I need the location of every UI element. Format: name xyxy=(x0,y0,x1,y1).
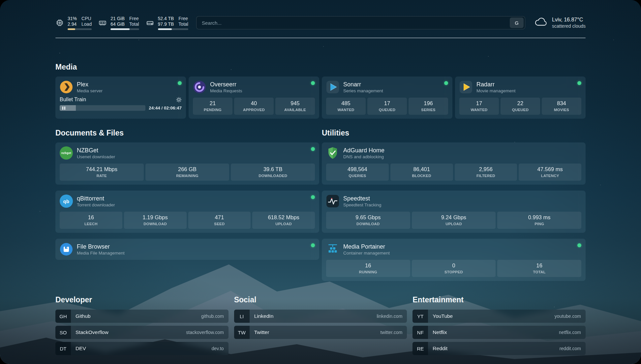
memory-free-label: Free xyxy=(129,16,139,21)
service-name: Radarr xyxy=(476,81,516,88)
bookmark-group-social: Social LI LinkedIn linkedin.com TW Twitt… xyxy=(234,295,407,355)
status-dot xyxy=(577,243,581,247)
service-card-portainer[interactable]: Media Portainer Container management 16 … xyxy=(322,239,586,281)
stat-value: 9.65 Gbps xyxy=(327,214,409,221)
disk-total-label: Total xyxy=(178,21,188,27)
overseerr-icon xyxy=(193,80,206,94)
disk-icon xyxy=(146,18,154,27)
bookmark-github[interactable]: GH Github github.com xyxy=(55,310,229,323)
bookmark-youtube[interactable]: YT YouTube youtube.com xyxy=(412,310,586,323)
stat-value: 16 xyxy=(61,214,121,221)
bookmark-abbr: SO xyxy=(55,326,71,339)
pause-icon[interactable] xyxy=(62,106,65,110)
stat-label: SERIES xyxy=(410,107,447,112)
stat-box: 22 QUEUED xyxy=(501,98,540,115)
gear-icon[interactable] xyxy=(176,97,182,103)
stat-label: RUNNING xyxy=(327,270,409,274)
section-media: Media Plex Media server xyxy=(55,62,586,119)
stat-label: WANTED xyxy=(327,107,364,112)
stat-value: 16 xyxy=(327,262,409,269)
stat-label: DOWNLOADED xyxy=(232,173,314,178)
service-card-qbittorrent[interactable]: qb qBittorrent Torrent downloader 16 xyxy=(55,191,319,233)
service-desc: Speedtest Tracking xyxy=(343,202,382,208)
stat-box: 485 WANTED xyxy=(326,98,366,115)
bookmark-abbr: GH xyxy=(55,310,71,323)
utilities-section-title: Utilities xyxy=(322,128,586,138)
header-divider xyxy=(55,38,586,38)
top-bar: 31% CPU 2.94 Load xyxy=(55,13,586,32)
bookmarks-area: Developer GH Github github.com SO StackO… xyxy=(55,295,586,364)
service-card-overseerr[interactable]: Overseerr Media Requests 21 PENDING 40 A… xyxy=(189,76,319,119)
service-name: qBittorrent xyxy=(77,195,115,202)
stat-label: MOVIES xyxy=(543,107,580,112)
bookmark-abbr: DT xyxy=(55,342,71,355)
service-card-plex[interactable]: Plex Media server Bullet Train xyxy=(55,76,186,119)
qbittorrent-icon: qb xyxy=(60,195,73,208)
bookmark-abbr: TW xyxy=(234,326,250,339)
cpu-load-value: 2.94 xyxy=(68,21,77,27)
bookmark-name: Github xyxy=(76,313,91,319)
stat-box: 16 LEECH xyxy=(60,212,122,229)
status-dot xyxy=(311,195,315,199)
stat-value: 485 xyxy=(327,100,364,107)
service-card-adguard[interactable]: AdGuard Home DNS and adblocking 498,564 … xyxy=(322,142,586,185)
stat-value: 22 xyxy=(502,100,539,107)
stat-value: 21 xyxy=(194,100,231,107)
service-desc: Container management xyxy=(343,250,390,256)
cloud-icon xyxy=(534,17,548,29)
bookmark-reddit[interactable]: RE Reddit reddit.com xyxy=(412,342,586,355)
service-card-speedtest[interactable]: Speedtest Speedtest Tracking 9.65 Gbps D… xyxy=(322,191,586,233)
bookmark-domain: twitter.com xyxy=(380,330,402,335)
search-provider-button[interactable]: G xyxy=(510,17,524,28)
bookmark-netflix[interactable]: NF Netflix netflix.com xyxy=(412,326,586,339)
stat-box: 40 APPROVED xyxy=(234,98,274,115)
stat-label: SEED xyxy=(190,222,250,226)
stat-value: 0 xyxy=(413,262,495,269)
stat-box: 17 QUEUED xyxy=(367,98,407,115)
stat-box: 21 PENDING xyxy=(193,98,232,115)
stat-value: 471 xyxy=(190,214,250,221)
status-dot xyxy=(444,81,448,85)
bookmark-dev[interactable]: DT DEV dev.to xyxy=(55,342,229,355)
disk-progress-bar xyxy=(158,28,188,30)
service-card-radarr[interactable]: Radarr Movie management 17 WANTED 22 QUE… xyxy=(455,76,586,119)
bookmark-linkedin[interactable]: LI LinkedIn linkedin.com xyxy=(234,310,407,323)
stat-value: 196 xyxy=(410,100,447,107)
bookmark-stackoverflow[interactable]: SO StackOverflow stackoverflow.com xyxy=(55,326,229,339)
stat-box: 9.24 Gbps UPLOAD xyxy=(412,212,496,229)
stat-value: 945 xyxy=(277,100,314,107)
search-bar: G xyxy=(196,16,525,29)
memory-free-value: 21 GiB xyxy=(110,16,125,21)
bookmark-domain: linkedin.com xyxy=(377,314,403,319)
disk-widget: 52.4 TB Free 97.9 TB Total xyxy=(146,16,188,30)
bookmark-name: LinkedIn xyxy=(254,313,274,319)
stat-box: 39.6 TB DOWNLOADED xyxy=(231,164,315,181)
playback-time: 24:44 / 02:06:47 xyxy=(149,106,182,110)
dashboard-screen: 31% CPU 2.94 Load xyxy=(0,0,641,364)
status-dot xyxy=(178,81,182,85)
stat-label: AVAILABLE xyxy=(277,107,314,112)
bookmark-domain: youtube.com xyxy=(555,314,581,319)
service-name: Plex xyxy=(77,81,103,88)
stat-box: 2,956 FILTERED xyxy=(455,164,517,181)
stat-value: 39.6 TB xyxy=(232,166,314,173)
memory-total-label: Total xyxy=(129,21,139,27)
stat-value: 744.21 Mbps xyxy=(61,166,142,173)
stat-label: LEECH xyxy=(61,222,121,226)
bookmark-twitter[interactable]: TW Twitter twitter.com xyxy=(234,326,407,339)
playback-progress-bar[interactable] xyxy=(60,105,145,111)
stat-box: 266 GB REMAINING xyxy=(145,164,229,181)
stat-label: UPLOAD xyxy=(413,222,495,226)
service-card-filebrowser[interactable]: File Browser Media File Management xyxy=(55,239,319,260)
stat-label: LATENCY xyxy=(520,173,580,178)
stat-label: RATE xyxy=(61,173,142,178)
bookmark-domain: netflix.com xyxy=(559,330,581,335)
search-input[interactable] xyxy=(202,20,510,26)
bookmark-abbr: NF xyxy=(412,326,428,339)
service-card-sonarr[interactable]: Sonarr Series management 485 WANTED 17 Q… xyxy=(322,76,452,119)
stat-value: 618.52 Mbps xyxy=(254,214,314,221)
stat-label: APPROVED xyxy=(235,107,272,112)
service-card-nzbget[interactable]: nzbget NZBGet Usenet downloader 744.21 M… xyxy=(55,142,319,185)
stat-box: 498,564 QUERIES xyxy=(326,164,389,181)
system-resources: 31% CPU 2.94 Load xyxy=(55,16,188,30)
